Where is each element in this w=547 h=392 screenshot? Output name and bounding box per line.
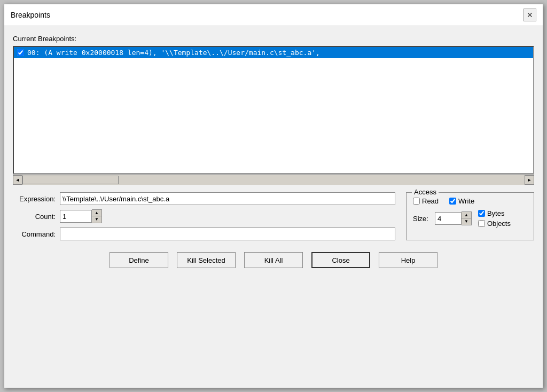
size-spinner-buttons: ▲ ▼ <box>462 211 472 225</box>
horizontal-scrollbar: ◄ ► <box>13 174 534 185</box>
size-spinner: ▲ ▼ <box>435 211 472 225</box>
scroll-track[interactable] <box>22 175 525 185</box>
breakpoints-list[interactable]: 00: (A write 0x20000018 len=4), '\\Templ… <box>13 46 534 174</box>
define-button[interactable]: Define <box>110 252 168 268</box>
objects-item: Objects <box>478 219 511 228</box>
command-row: Command: <box>13 228 395 240</box>
bytes-item: Bytes <box>478 209 511 217</box>
dialog-title: Breakpoints <box>11 11 50 19</box>
lower-section: Expression: Count: ▲ ▼ Command: <box>13 192 534 240</box>
kill-selected-button[interactable]: Kill Selected <box>177 252 236 268</box>
size-row: Size: ▲ ▼ Bytes <box>413 209 527 228</box>
expression-input[interactable] <box>60 192 395 205</box>
count-input[interactable] <box>60 210 92 223</box>
count-up-button[interactable]: ▲ <box>92 210 101 216</box>
count-spinner-buttons: ▲ ▼ <box>92 209 102 223</box>
write-label: Write <box>458 197 474 205</box>
scroll-right-button[interactable]: ► <box>525 175 534 185</box>
access-group: Access Read Write Size: <box>406 192 534 240</box>
expression-row: Expression: <box>13 192 395 205</box>
section-label: Current Breakpoints: <box>13 35 534 43</box>
count-spinner: ▲ ▼ <box>60 209 102 223</box>
write-item: Write <box>449 197 474 205</box>
access-legend: Access <box>412 188 439 196</box>
objects-checkbox[interactable] <box>478 220 485 227</box>
objects-label: Objects <box>487 219 511 228</box>
form-section: Expression: Count: ▲ ▼ Command: <box>13 192 395 240</box>
dialog-body: Current Breakpoints: 00: (A write 0x2000… <box>4 26 543 388</box>
breakpoints-dialog: Breakpoints ✕ Current Breakpoints: 00: (… <box>4 4 543 388</box>
kill-all-button[interactable]: Kill All <box>244 252 303 268</box>
command-input[interactable] <box>60 228 395 240</box>
scroll-left-button[interactable]: ◄ <box>13 175 22 185</box>
bytes-label: Bytes <box>487 209 505 217</box>
list-item[interactable]: 00: (A write 0x20000018 len=4), '\\Templ… <box>14 47 533 58</box>
read-item: Read <box>413 197 439 205</box>
size-label: Size: <box>413 215 428 223</box>
close-icon[interactable]: ✕ <box>523 9 536 21</box>
read-checkbox[interactable] <box>413 198 420 205</box>
size-checkboxes: Bytes Objects <box>478 209 511 228</box>
size-up-button[interactable]: ▲ <box>462 212 471 218</box>
bytes-checkbox[interactable] <box>478 210 485 217</box>
command-label: Command: <box>13 230 56 238</box>
write-checkbox[interactable] <box>449 198 456 205</box>
breakpoints-section: Current Breakpoints: 00: (A write 0x2000… <box>13 35 534 185</box>
size-input[interactable] <box>435 212 462 225</box>
breakpoint-text: 00: (A write 0x20000018 len=4), '\\Templ… <box>27 49 320 57</box>
close-button[interactable]: Close <box>311 252 370 268</box>
count-label: Count: <box>13 213 56 221</box>
help-button[interactable]: Help <box>379 252 437 268</box>
expression-label: Expression: <box>13 195 56 203</box>
count-row: Count: ▲ ▼ <box>13 209 395 223</box>
buttons-row: Define Kill Selected Kill All Close Help <box>13 248 534 272</box>
scroll-thumb[interactable] <box>22 176 119 184</box>
title-bar: Breakpoints ✕ <box>4 4 543 26</box>
read-label: Read <box>422 197 439 205</box>
size-down-button[interactable]: ▼ <box>462 218 471 225</box>
breakpoint-checkbox[interactable] <box>17 49 24 56</box>
access-checkboxes-row: Read Write <box>413 197 527 205</box>
count-down-button[interactable]: ▼ <box>92 216 101 223</box>
